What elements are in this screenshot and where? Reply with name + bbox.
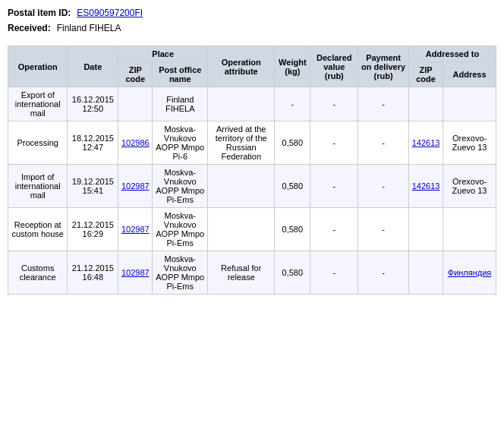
table-cell: Orexovo-Zuevo 13 bbox=[443, 121, 496, 165]
table-cell bbox=[443, 208, 496, 251]
col-weight: Weight (kg) bbox=[275, 46, 310, 87]
table-cell[interactable]: 142613 bbox=[408, 165, 443, 208]
table-cell: Import of international mail bbox=[8, 165, 68, 208]
table-cell: 0,580 bbox=[275, 165, 310, 208]
table-cell: Processing bbox=[8, 121, 68, 165]
col-op-attribute: Operation attribute bbox=[208, 46, 275, 87]
postal-id-link[interactable]: ES090597200FI bbox=[77, 8, 143, 18]
table-cell: - bbox=[358, 251, 409, 295]
table-cell: 21.12.2015 16:48 bbox=[68, 251, 118, 295]
table-cell bbox=[208, 165, 275, 208]
table-cell bbox=[208, 87, 275, 121]
table-cell: Refusal for release bbox=[208, 251, 275, 295]
table-cell[interactable]: 102987 bbox=[118, 251, 153, 295]
table-cell: 0,580 bbox=[275, 208, 310, 251]
table-cell bbox=[443, 87, 496, 121]
table-cell bbox=[408, 208, 443, 251]
table-row: Reception at custom house21.12.2015 16:2… bbox=[8, 208, 496, 251]
table-cell: Moskva-Vnukovo AOPP Mmpo Pi-6 bbox=[153, 121, 208, 165]
col-date: Date bbox=[68, 46, 118, 87]
table-cell bbox=[118, 87, 153, 121]
col-payment: Payment on delivery (rub) bbox=[358, 46, 409, 87]
col-place: Place bbox=[118, 46, 208, 62]
table-cell[interactable]: 142613 bbox=[408, 121, 443, 165]
col-post-office: Post office name bbox=[153, 62, 208, 87]
meta-section: Postal item ID: ES090597200FI Received: … bbox=[8, 8, 496, 33]
col-addressed: Addressed to bbox=[408, 46, 496, 62]
received-value: Finland FIHELA bbox=[57, 23, 121, 33]
received-row: Received: Finland FIHELA bbox=[8, 23, 496, 33]
table-cell: Orexovo-Zuevo 13 bbox=[443, 165, 496, 208]
table-cell: - bbox=[310, 251, 358, 295]
table-cell: - bbox=[275, 87, 310, 121]
col-zip: ZIP code bbox=[118, 62, 153, 87]
table-cell: 0,580 bbox=[275, 121, 310, 165]
table-cell bbox=[208, 208, 275, 251]
table-cell-address[interactable]: Финляндия bbox=[443, 251, 496, 295]
col-addr-zip: ZIP code bbox=[408, 62, 443, 87]
table-cell: - bbox=[358, 121, 409, 165]
table-cell: - bbox=[358, 208, 409, 251]
col-operation: Operation bbox=[8, 46, 68, 87]
table-cell bbox=[408, 251, 443, 295]
table-row: Import of international mail19.12.2015 1… bbox=[8, 165, 496, 208]
table-header-row1: Operation Date Place Operation attribute… bbox=[8, 46, 496, 62]
table-row: Customs clearance21.12.2015 16:48102987M… bbox=[8, 251, 496, 295]
table-cell: - bbox=[310, 165, 358, 208]
table-cell: - bbox=[358, 87, 409, 121]
table-cell: 19.12.2015 15:41 bbox=[68, 165, 118, 208]
table-body: Export of international mail16.12.2015 1… bbox=[8, 87, 496, 295]
table-cell: Customs clearance bbox=[8, 251, 68, 295]
table-cell: Finland FIHELA bbox=[153, 87, 208, 121]
table-cell: Moskva-Vnukovo AOPP Mmpo Pi-Ems bbox=[153, 165, 208, 208]
table-cell: - bbox=[358, 165, 409, 208]
col-address: Address bbox=[443, 62, 496, 87]
table-cell: Moskva-Vnukovo AOPP Mmpo Pi-Ems bbox=[153, 208, 208, 251]
table-cell bbox=[408, 87, 443, 121]
table-cell: 16.12.2015 12:50 bbox=[68, 87, 118, 121]
table-cell: Export of international mail bbox=[8, 87, 68, 121]
table-cell: 18.12.2015 12:47 bbox=[68, 121, 118, 165]
table-cell: - bbox=[310, 87, 358, 121]
col-declared: Declared value (rub) bbox=[310, 46, 358, 87]
table-cell: - bbox=[310, 208, 358, 251]
table-cell: - bbox=[310, 121, 358, 165]
table-cell[interactable]: 102987 bbox=[118, 165, 153, 208]
postal-id-value: ES090597200FI bbox=[77, 8, 143, 18]
table-row: Export of international mail16.12.2015 1… bbox=[8, 87, 496, 121]
received-label: Received: bbox=[8, 23, 51, 33]
tracking-table: Operation Date Place Operation attribute… bbox=[8, 46, 496, 295]
table-cell: Reception at custom house bbox=[8, 208, 68, 251]
table-cell: Arrived at the territory of the Russian … bbox=[208, 121, 275, 165]
table-cell: 21.12.2015 16:29 bbox=[68, 208, 118, 251]
table-cell: Moskva-Vnukovo AOPP Mmpo Pi-Ems bbox=[153, 251, 208, 295]
postal-id-label: Postal item ID: bbox=[8, 8, 71, 18]
postal-id-row: Postal item ID: ES090597200FI bbox=[8, 8, 496, 18]
table-cell[interactable]: 102986 bbox=[118, 121, 153, 165]
table-cell[interactable]: 102987 bbox=[118, 208, 153, 251]
table-cell: 0,580 bbox=[275, 251, 310, 295]
table-row: Processing18.12.2015 12:47102986Moskva-V… bbox=[8, 121, 496, 165]
